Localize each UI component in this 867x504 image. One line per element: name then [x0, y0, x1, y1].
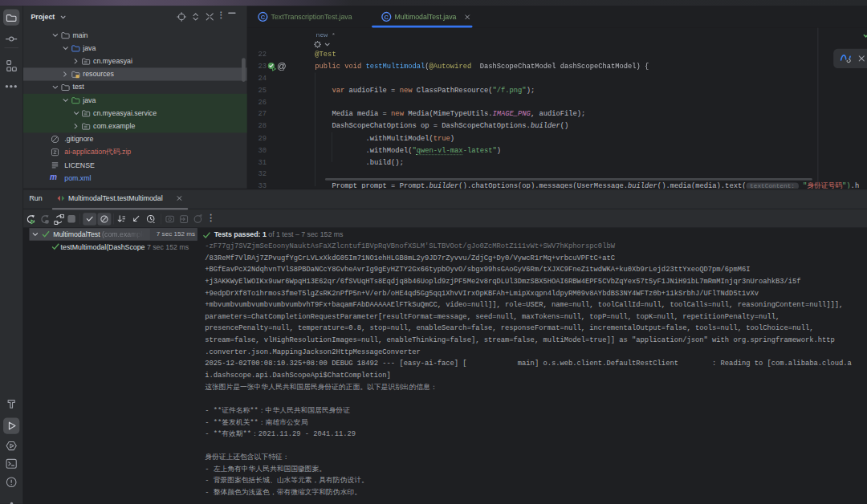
svg-text:C: C: [385, 14, 389, 21]
svg-text:C: C: [261, 14, 266, 21]
